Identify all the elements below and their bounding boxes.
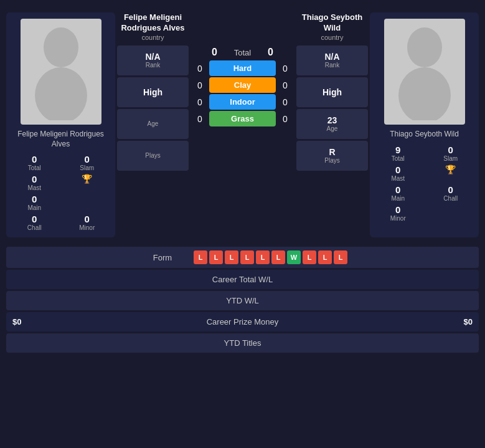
hard-button[interactable]: Hard (209, 60, 276, 76)
left-player-title: Felipe Meligeni Rodrigues Alves country (117, 12, 189, 41)
right-stat-main: 0 Main (373, 184, 423, 202)
right-trophy-icon-cell: 🏆 (426, 164, 476, 182)
clay-row: 0 Clay 0 (191, 77, 294, 93)
svg-point-2 (407, 27, 442, 67)
left-trophy-icon-cell: 🏆 (62, 174, 113, 191)
ytd-wl-row: YTD W/L (6, 291, 479, 310)
left-rank-box: N/A Rank (117, 45, 189, 75)
left-stat-slam: 0 Slam (62, 154, 113, 171)
left-stats-panel: Felipe Meligeni Rodrigues Alves country … (117, 12, 189, 237)
total-label: Total (227, 48, 258, 57)
total-left-score: 0 (209, 47, 221, 58)
form-badge-7: L (303, 250, 316, 264)
grass-button[interactable]: Grass (209, 111, 276, 126)
right-trophy-icon: 🏆 (426, 164, 476, 174)
career-wl-row: Career Total W/L (6, 270, 479, 289)
right-player-card: Thiago Seyboth Wild 9 Total 0 Slam 0 Mas… (370, 12, 479, 237)
right-high-box: High (296, 77, 368, 107)
left-player-name-header: Felipe Meligeni (117, 12, 189, 23)
career-prize-left: $0 (12, 317, 128, 326)
form-badge-6: W (287, 250, 301, 264)
form-badge-5: L (271, 250, 285, 264)
right-plays-box: R Plays (296, 141, 368, 171)
hard-row: 0 Hard 0 (191, 60, 294, 76)
career-prize-row: $0 Career Prize Money $0 (6, 312, 479, 331)
grass-row: 0 Grass 0 (191, 111, 294, 126)
left-player-stats: 0 Total 0 Slam 0 Mast 🏆 0 Main (9, 154, 112, 231)
form-badge-4: L (256, 250, 270, 264)
indoor-button[interactable]: Indoor (209, 94, 276, 110)
grass-right-score: 0 (276, 114, 294, 124)
right-stat-mast: 0 Mast (373, 164, 423, 182)
left-player-name: Felipe Meligeni Rodrigues Alves (9, 130, 112, 149)
indoor-right-score: 0 (276, 97, 294, 107)
left-country: country (117, 34, 189, 41)
ytd-wl-label: YTD W/L (128, 296, 358, 305)
right-stat-minor: 0 Minor (373, 204, 423, 222)
career-prize-label: Career Prize Money (128, 317, 358, 326)
left-stat-minor: 0 Minor (62, 214, 113, 231)
grass-left-score: 0 (191, 114, 209, 124)
left-player-card: Felipe Meligeni Rodrigues Alves 0 Total … (6, 12, 115, 237)
indoor-left-score: 0 (191, 97, 209, 107)
career-prize-right: $0 (357, 317, 473, 326)
form-badge-8: L (318, 250, 332, 264)
right-player-avatar (384, 19, 465, 125)
right-rank-box: N/A Rank (296, 45, 368, 75)
right-stats-panel: Thiago Seyboth Wild country N/A Rank Hig… (296, 12, 368, 237)
comparison-section: Felipe Meligeni Rodrigues Alves 0 Total … (0, 6, 485, 244)
right-player-name-header: Thiago Seyboth Wild (296, 12, 368, 34)
total-row: 0 Total 0 (191, 47, 294, 58)
left-stat-mast: 0 Mast (9, 174, 60, 191)
right-stat-slam: 0 Slam (426, 145, 476, 162)
main-container: Felipe Meligeni Rodrigues Alves 0 Total … (0, 0, 485, 364)
bottom-section: Form L L L L L L W L L L Career Total W/… (0, 244, 485, 358)
form-row: Form L L L L L L W L L L (6, 247, 479, 268)
total-right-score: 0 (265, 47, 277, 58)
clay-left-score: 0 (191, 80, 209, 90)
form-label: Form (138, 253, 187, 262)
right-player-name: Thiago Seyboth Wild (390, 130, 459, 140)
left-stat-total: 0 Total (9, 154, 60, 171)
right-player-title: Thiago Seyboth Wild country (296, 12, 368, 41)
left-player-name-header2: Rodrigues Alves (117, 23, 189, 34)
left-high-box: High (117, 77, 189, 107)
form-badge-2: L (225, 250, 238, 264)
left-trophy-icon: 🏆 (62, 174, 113, 184)
left-age-box: Age (117, 109, 189, 139)
clay-right-score: 0 (276, 80, 294, 90)
form-badge-1: L (209, 250, 223, 264)
hard-right-score: 0 (276, 64, 294, 74)
form-badges: L L L L L L W L L L (194, 250, 347, 264)
career-wl-label: Career Total W/L (128, 275, 358, 284)
left-stat-main: 0 Main (9, 194, 60, 211)
left-plays-box: Plays (117, 141, 189, 171)
indoor-row: 0 Indoor 0 (191, 94, 294, 110)
ytd-titles-label: YTD Titles (128, 338, 358, 348)
form-badge-9: L (334, 250, 347, 264)
right-stat-total: 9 Total (373, 145, 423, 162)
right-country: country (296, 34, 368, 41)
hard-left-score: 0 (191, 64, 209, 74)
right-player-stats: 9 Total 0 Slam 0 Mast 🏆 0 Main (373, 145, 476, 222)
form-badge-0: L (194, 250, 207, 264)
svg-point-1 (35, 67, 87, 120)
left-player-avatar (21, 19, 101, 125)
center-column: 0 Total 0 0 Hard 0 0 Clay 0 0 Indoor 0 0 (191, 12, 294, 237)
ytd-titles-row: YTD Titles (6, 333, 479, 353)
svg-point-3 (398, 67, 451, 120)
form-badge-3: L (240, 250, 254, 264)
svg-point-0 (44, 27, 78, 67)
left-stat-chall: 0 Chall (9, 214, 60, 231)
clay-button[interactable]: Clay (209, 77, 276, 93)
right-age-box: 23 Age (296, 109, 368, 139)
right-stat-chall: 0 Chall (426, 184, 476, 202)
